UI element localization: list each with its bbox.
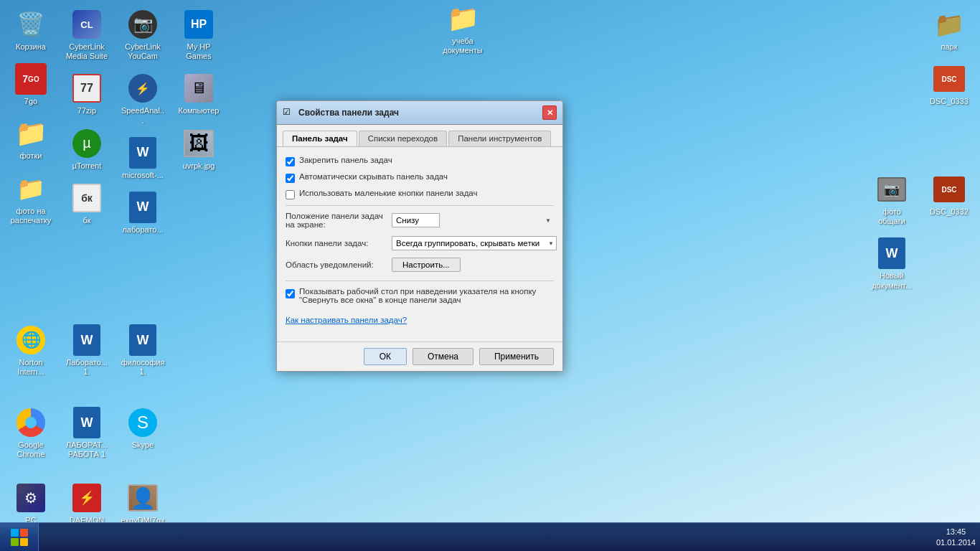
taskbar: 13:45 01.01.2014 — [0, 522, 980, 551]
desktop-icon-fotki[interactable]: 📁 фотки — [6, 115, 56, 164]
dialog-buttons: ОК Отмена Применить — [277, 342, 562, 371]
desktop-icon-utorrent[interactable]: µ µTorrent — [62, 125, 112, 174]
taskbar-properties-dialog: ☑ Свойства панели задач ✕ Панель задач С… — [276, 100, 563, 372]
desktop-icon-ucheba[interactable]: 📁 учеба документы — [438, 0, 488, 58]
desktop-icon-laborat2[interactable]: W Лаборато... 1. — [62, 321, 112, 380]
clock-date: 01.01.2014 — [936, 537, 976, 547]
buttons-row: Кнопки панели задач: Всегда группировать… — [286, 236, 554, 250]
checkbox-row-lock: Закрепить панель задач — [286, 156, 554, 166]
clock: 13:45 01.01.2014 — [936, 527, 976, 547]
desktop-icon-filosofia[interactable]: W философия 1. — [118, 321, 168, 380]
desktop-icon-uvrpk[interactable]: 🖼 uvrpk.jpg — [174, 125, 224, 174]
notif-configure-button[interactable]: Настроить... — [392, 258, 461, 272]
icon-label: Корзина — [16, 42, 46, 52]
desktop-icon-bk[interactable]: бк бк — [62, 179, 112, 228]
divider2 — [286, 281, 554, 281]
desktop-icon-77zip[interactable]: 77 77zip — [62, 70, 112, 118]
ok-button[interactable]: ОК — [364, 348, 407, 365]
position-label: Положение панели задач на экране: — [286, 212, 386, 229]
show-desktop-label: Показывать рабочий стол при наведении ук… — [299, 287, 554, 304]
desktop-icon-norton[interactable]: 🌐 Norton Intern... — [6, 321, 56, 380]
desktop-icon-dsc0333[interactable]: DSC DSC_0333 — [924, 60, 974, 109]
checkbox-lock[interactable] — [286, 157, 295, 166]
tab-paneli-instrumentov[interactable]: Панели инструментов — [448, 131, 551, 146]
desktop-icon-laborat-rabota[interactable]: W ЛАБОРАТ... РАБОТА 1 — [62, 404, 112, 462]
checkbox-autohide[interactable] — [286, 174, 295, 183]
desktop-icon-noviy-dok[interactable]: W Новый документ... — [867, 235, 917, 293]
svg-rect-2 — [11, 538, 19, 546]
desktop-icon-cyberlinkwebcam[interactable]: 📷 CyberLink YouCam — [118, 6, 168, 64]
apply-button[interactable]: Применить — [479, 348, 554, 365]
desktop-icon-komputer[interactable]: 🖥 Компьютер — [174, 70, 224, 118]
dialog-icon: ☑ — [283, 107, 294, 118]
svg-rect-3 — [20, 538, 28, 546]
desktop-icon-7go[interactable]: 7GO 7go — [6, 60, 56, 109]
dialog-close-button[interactable]: ✕ — [542, 105, 557, 120]
checkbox-autohide-label: Автоматически скрывать панель задач — [299, 172, 448, 181]
desktop-icon-myhp[interactable]: HP My HP Games — [174, 6, 224, 64]
cancel-button[interactable]: Отмена — [413, 348, 473, 365]
desktop-icon-park[interactable]: 📁 парк — [924, 6, 974, 55]
taskbar-right: 13:45 01.01.2014 — [932, 523, 980, 551]
checkbox-row-small-buttons: Использовать маленькие кнопки панели зад… — [286, 189, 554, 199]
desktop-icon-korzina[interactable]: 🗑️ Корзина — [6, 6, 56, 55]
checkbox-lock-label: Закрепить панель задач — [299, 156, 392, 164]
desktop-icon-google-chrome[interactable]: Google Chrome — [6, 404, 56, 462]
clock-time: 13:45 — [936, 527, 976, 537]
desktop-icon-foto-obschagi[interactable]: 📷 фото общаги — [867, 171, 917, 229]
position-row: Положение панели задач на экране: Снизу … — [286, 212, 554, 229]
checkbox-small-buttons[interactable] — [286, 190, 295, 199]
desktop-icon-cyberlink[interactable]: CL CyberLink Media Suite — [62, 6, 112, 64]
desktop-icon-dsc0332[interactable]: DSC DSC_0332 — [924, 171, 974, 220]
dialog-title: Свойства панели задач — [298, 108, 399, 118]
start-button[interactable] — [0, 523, 39, 552]
tab-panel-zadach[interactable]: Панель задач — [283, 131, 357, 146]
notif-row: Область уведомлений: Настроить... — [286, 258, 554, 272]
buttons-select-wrapper: Всегда группировать, скрывать метки Груп… — [392, 236, 557, 250]
svg-rect-1 — [20, 529, 28, 537]
desktop-icon-microsoft[interactable]: W microsoft-... — [118, 134, 168, 183]
tab-spiski-perehodov[interactable]: Списки переходов — [359, 131, 448, 146]
desktop-icon-foto-raspechatku[interactable]: 📁 фото на распечатку — [6, 170, 56, 228]
taskbar-items — [39, 523, 932, 551]
checkbox-row-autohide: Автоматически скрывать панель задач — [286, 172, 554, 183]
checkbox-small-buttons-label: Использовать маленькие кнопки панели зад… — [299, 189, 478, 197]
desktop-icon-speedanal[interactable]: ⚡ SpeedAnal... — [118, 70, 168, 128]
desktop: 🗑️ Корзина 7GO 7go 📁 фотки 📁 фото на рас… — [0, 0, 980, 522]
howto-link[interactable]: Как настраивать панели задач? — [286, 316, 554, 324]
dialog-content: Закрепить панель задач Автоматически скр… — [277, 146, 562, 342]
divider — [286, 205, 554, 206]
position-select[interactable]: Снизу Сверху Слева Справа — [392, 213, 440, 227]
buttons-label: Кнопки панели задач: — [286, 239, 386, 248]
desktop-icon-laboratorio[interactable]: W лаборато... — [118, 189, 168, 237]
svg-rect-0 — [11, 529, 19, 537]
dialog-tabs: Панель задач Списки переходов Панели инс… — [277, 125, 562, 146]
buttons-select[interactable]: Всегда группировать, скрывать метки Груп… — [392, 236, 557, 250]
windows-logo-icon — [9, 527, 29, 547]
checkbox-show-desktop[interactable] — [286, 289, 295, 298]
desktop-icon-skype[interactable]: S Skype — [118, 404, 168, 453]
dialog-titlebar: ☑ Свойства панели задач ✕ — [277, 101, 562, 125]
position-select-wrapper: Снизу Сверху Слева Справа — [392, 213, 554, 227]
show-desktop-row: Показывать рабочий стол при наведении ук… — [286, 287, 554, 304]
notif-label: Область уведомлений: — [286, 260, 386, 269]
